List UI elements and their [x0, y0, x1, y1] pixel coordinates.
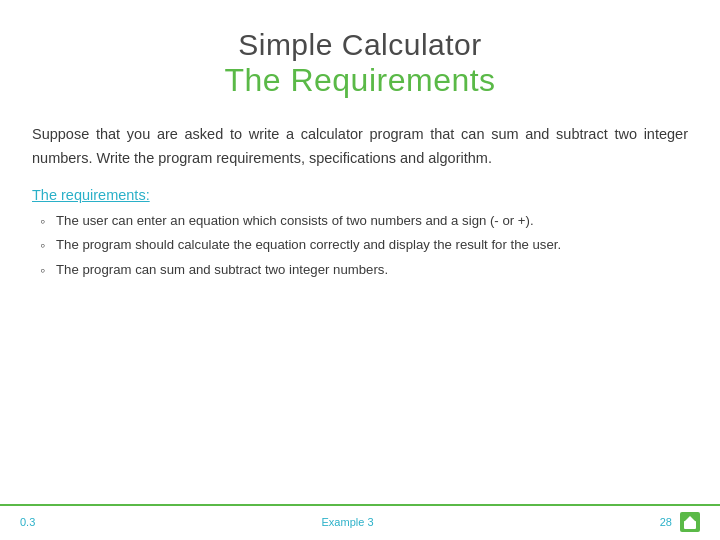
footer-page-number: 28 [660, 516, 672, 528]
list-item: The program can sum and subtract two int… [40, 260, 688, 280]
footer-icon [680, 512, 700, 532]
svg-rect-0 [684, 521, 696, 529]
title-line2: The Requirements [40, 62, 680, 99]
requirements-list: The user can enter an equation which con… [40, 211, 688, 280]
intro-paragraph: Suppose that you are asked to write a ca… [32, 123, 688, 171]
footer-center-text: Example 3 [322, 516, 374, 528]
svg-marker-1 [684, 516, 696, 522]
slide-content: Suppose that you are asked to write a ca… [0, 115, 720, 504]
footer-right: 28 [660, 512, 700, 532]
list-item: The program should calculate the equatio… [40, 235, 688, 255]
slide-header: Simple Calculator The Requirements [0, 0, 720, 115]
slide-footer: 0.3 Example 3 28 [0, 504, 720, 540]
footer-left-text: 0.3 [20, 516, 35, 528]
slide: Simple Calculator The Requirements Suppo… [0, 0, 720, 540]
list-item: The user can enter an equation which con… [40, 211, 688, 231]
home-icon [683, 515, 697, 529]
requirements-section-title: The requirements: [32, 187, 688, 203]
title-line1: Simple Calculator [40, 28, 680, 62]
